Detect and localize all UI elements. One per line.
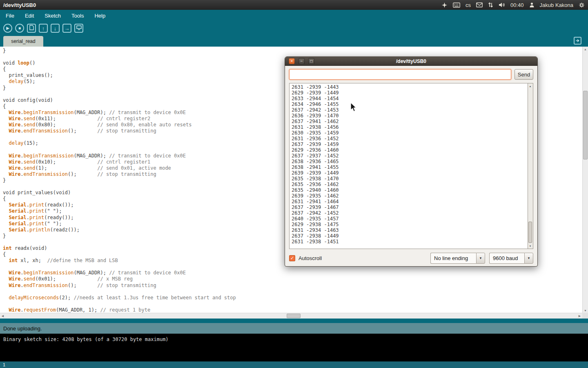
keyboard-icon[interactable]	[453, 2, 460, 8]
panel-indicators: cs 00:40 Jakub Kakona	[441, 2, 585, 8]
verify-button[interactable]: ▶	[3, 24, 12, 33]
upload-button[interactable]: →	[62, 24, 71, 33]
menu-item-file[interactable]: File	[6, 13, 14, 19]
serial-output[interactable]: 2631 -2939 -14432629 -2939 -14492633 -29…	[289, 83, 528, 249]
serial-monitor-window: × − □ /dev/ttyUSB0 Send 2631 -2939 -1443…	[285, 56, 538, 267]
close-icon: ×	[291, 59, 293, 63]
network-icon[interactable]	[488, 2, 493, 8]
clock[interactable]: 00:40	[510, 2, 524, 8]
autoscroll-checkbox[interactable]: ✓	[289, 255, 295, 261]
code-line: Wire.requestFrom(MAG_ADDR, 1); // reques…	[3, 307, 582, 313]
line-ending-dropdown-arrow[interactable]: ▾	[476, 253, 485, 264]
menu-item-help[interactable]: Help	[94, 13, 105, 19]
keyboard-layout-label[interactable]: cs	[466, 2, 471, 8]
scrollbar-corner	[582, 313, 588, 319]
serial-line: 2631 -2941 -1464	[292, 199, 526, 204]
serial-line: 2639 -2935 -1462	[292, 193, 526, 199]
menu-item-edit[interactable]: Edit	[25, 13, 34, 19]
open-icon: ↑	[42, 26, 45, 31]
horizontal-scrollbar-thumb[interactable]	[287, 314, 301, 318]
serial-scrollbar-thumb[interactable]	[528, 222, 532, 243]
checkmark-icon: ✓	[290, 256, 294, 260]
desktop-top-panel: /dev/ttyUSB0 cs 00:40 Jakub Kakona	[0, 0, 588, 10]
serial-line: 2638 -2936 -1465	[292, 159, 526, 164]
serial-scroll-down-icon[interactable]: ▼	[528, 244, 532, 248]
status-divider	[0, 319, 588, 323]
vertical-scrollbar-thumb[interactable]	[583, 91, 588, 159]
scroll-down-icon[interactable]: ▼	[583, 308, 588, 313]
serial-window-titlebar[interactable]: × − □ /dev/ttyUSB0	[285, 57, 537, 66]
line-ending-value[interactable]: No line ending	[430, 253, 476, 264]
maximize-icon: □	[310, 59, 312, 63]
serial-monitor-button[interactable]	[74, 24, 83, 33]
autoscroll-label: Autoscroll	[298, 255, 322, 261]
baud-rate-value[interactable]: 9600 baud	[489, 253, 524, 264]
window-maximize-button[interactable]: □	[308, 58, 314, 64]
chevron-down-icon: ▾	[528, 256, 530, 260]
line-number-indicator: 1	[3, 362, 5, 367]
code-line: Wire.beginTransmission(MAG_ADDR); // tra…	[3, 270, 582, 276]
indicator-icon[interactable]	[441, 2, 448, 8]
tab-serial-read[interactable]: serial_read	[3, 36, 43, 47]
code-line: Wire.endTransmission(); // stop transmit…	[3, 283, 582, 289]
menu-item-tools[interactable]: Tools	[71, 13, 84, 19]
serial-line: 2631 -2936 -1452	[292, 136, 526, 141]
serial-input-row: Send	[289, 69, 533, 80]
serial-output-row: 2631 -2939 -14432629 -2939 -14492633 -29…	[289, 83, 533, 249]
scroll-up-icon[interactable]: ▲	[583, 47, 588, 52]
code-line: Wire.send(0x01); // x MSB reg	[3, 276, 582, 282]
new-sketch-button[interactable]	[27, 24, 36, 33]
ide-toolbar: ▶ ■ ↑ ↓ →	[0, 21, 588, 35]
serial-monitor-icon	[76, 25, 82, 32]
code-line: delayMicroseconds(2); //needs at least 1…	[3, 295, 582, 301]
user-menu[interactable]: Jakub Kakona	[540, 2, 573, 8]
line-ending-dropdown[interactable]: No line ending ▾	[430, 253, 485, 264]
serial-line: 2637 -2939 -1467	[292, 204, 526, 210]
stop-button[interactable]: ■	[15, 24, 24, 33]
status-bar: Done uploading.	[0, 323, 588, 334]
tab-label: serial_read	[11, 38, 35, 44]
serial-line: 2629 -2938 -1475	[292, 222, 526, 227]
serial-line: 2637 -2937 -1452	[292, 153, 526, 159]
upload-icon: →	[65, 26, 70, 31]
serial-input[interactable]	[289, 69, 511, 80]
serial-line: 2636 -2939 -1470	[292, 113, 526, 119]
save-button[interactable]: ↓	[51, 24, 60, 33]
gear-icon[interactable]	[579, 2, 585, 8]
code-line	[3, 301, 582, 307]
active-window-title: /dev/ttyUSB0	[3, 2, 36, 8]
new-sketch-icon	[29, 25, 34, 32]
serial-scroll-up-icon[interactable]: ▲	[528, 84, 532, 88]
serial-output-scrollbar[interactable]: ▲ ▼	[528, 83, 533, 249]
baud-rate-dropdown[interactable]: 9600 baud ▾	[489, 253, 533, 264]
menu-item-sketch[interactable]: Sketch	[45, 13, 61, 19]
editor-vertical-scrollbar[interactable]: ▲ ▼	[582, 47, 588, 313]
tab-menu-button[interactable]	[574, 37, 581, 45]
user-icon	[529, 2, 535, 8]
serial-line: 2631 -2938 -1456	[292, 124, 526, 130]
screen: /dev/ttyUSB0 cs 00:40 Jakub Kakona	[0, 0, 588, 368]
code-line	[3, 289, 582, 295]
scroll-left-icon[interactable]: ◀	[0, 314, 5, 319]
send-button[interactable]: Send	[514, 69, 533, 80]
code-line: }	[3, 48, 582, 54]
editor-horizontal-scrollbar[interactable]: ◀ ▶	[0, 313, 582, 319]
minimize-icon: −	[301, 59, 303, 63]
mail-icon[interactable]	[476, 2, 483, 7]
window-close-button[interactable]: ×	[289, 58, 295, 64]
serial-line: 2631 -2939 -1443	[292, 84, 526, 90]
serial-options-row: ✓ Autoscroll No line ending ▾ 9600 baud …	[289, 252, 533, 264]
serial-line: 2637 -2942 -1452	[292, 210, 526, 216]
scroll-right-icon[interactable]: ▶	[577, 314, 582, 319]
serial-line: 2637 -2941 -1462	[292, 119, 526, 124]
window-minimize-button[interactable]: −	[298, 58, 305, 64]
menu-bar: FileEditSketchToolsHelp	[0, 10, 588, 21]
volume-icon[interactable]	[499, 2, 505, 8]
open-button[interactable]: ↑	[39, 24, 48, 33]
serial-window-body: Send 2631 -2939 -14432629 -2939 -1449263…	[285, 66, 537, 267]
tab-bar: serial_read	[0, 35, 588, 47]
serial-line: 2637 -2939 -1459	[292, 141, 526, 147]
serial-line: 2634 -2946 -1455	[292, 101, 526, 107]
baud-dropdown-arrow[interactable]: ▾	[524, 253, 533, 264]
serial-line: 2637 -2938 -1449	[292, 233, 526, 239]
